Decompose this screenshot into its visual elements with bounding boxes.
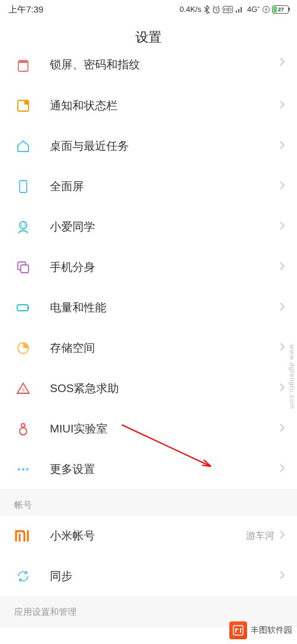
sync-icon: [14, 567, 32, 585]
signal-icon: [235, 6, 245, 13]
svg-rect-13: [28, 307, 29, 309]
chevron-right-icon: [279, 181, 285, 192]
svg-text:S: S: [21, 387, 24, 393]
page-title: 设置: [0, 19, 297, 56]
item-label: SOS紧急求助: [50, 381, 279, 396]
chevron-right-icon: [279, 383, 285, 394]
fullscreen-icon: [14, 178, 32, 195]
settings-item-miui-lab[interactable]: MIUI实验室: [0, 409, 297, 449]
settings-item-lockscreen[interactable]: 锁屏、密码和指纹: [0, 56, 297, 86]
item-label: 通知和状态栏: [50, 98, 279, 113]
notification-icon: [14, 97, 32, 115]
item-label: 更多设置: [50, 462, 279, 477]
battery-perf-icon: [14, 299, 32, 317]
item-label: 存储空间: [50, 340, 279, 356]
item-label: 同步: [50, 569, 279, 584]
chevron-right-icon: [279, 302, 285, 314]
item-label: MIUI实验室: [50, 421, 279, 437]
svg-point-8: [21, 225, 22, 226]
item-label: 小米帐号: [50, 528, 246, 544]
brand-logo-icon: [229, 621, 247, 639]
svg-point-7: [20, 222, 27, 229]
settings-item-home[interactable]: 桌面与最近任务: [0, 126, 297, 166]
flash-icon: [263, 5, 270, 14]
item-value: 游车河: [246, 530, 274, 542]
chevron-right-icon: [279, 261, 285, 273]
settings-item-fullscreen[interactable]: 全面屏: [0, 166, 297, 207]
item-label: 全面屏: [50, 179, 279, 194]
svg-point-19: [22, 468, 24, 471]
svg-point-16: [21, 424, 25, 427]
item-label: 锁屏、密码和指纹: [50, 57, 279, 72]
item-label: 电量和性能: [50, 300, 279, 315]
settings-item-more[interactable]: 更多设置: [0, 449, 297, 490]
chevron-right-icon: [279, 423, 285, 435]
footer-brand: 丰图软件园: [229, 621, 292, 639]
settings-item-battery[interactable]: 电量和性能: [0, 288, 297, 328]
chevron-right-icon: [279, 221, 285, 233]
chevron-right-icon: [279, 140, 285, 152]
status-indicators: 0.4K/s HD 4G+ 27: [179, 5, 289, 14]
svg-rect-6: [20, 181, 27, 192]
alarm-icon: [212, 5, 220, 14]
lock-icon: [14, 57, 32, 75]
svg-point-20: [26, 468, 29, 471]
svg-rect-11: [21, 265, 29, 273]
svg-point-18: [18, 468, 20, 471]
network-type: 4G+: [247, 5, 260, 14]
battery-icon: 27: [272, 5, 289, 14]
storage-icon: [14, 339, 32, 357]
network-speed: 0.4K/s: [179, 5, 201, 14]
settings-item-mi-account[interactable]: 小米帐号 游车河: [0, 516, 297, 556]
svg-rect-3: [18, 61, 28, 63]
bluetooth-icon: [204, 5, 210, 14]
chevron-right-icon: [279, 530, 285, 542]
svg-rect-5: [24, 100, 29, 105]
item-label: 手机分身: [50, 260, 279, 275]
settings-item-notification[interactable]: 通知和状态栏: [0, 86, 297, 126]
status-time: 上午7:39: [8, 4, 43, 15]
settings-item-sync[interactable]: 同步: [0, 556, 297, 596]
status-bar: 上午7:39 0.4K/s HD 4G+ 27: [0, 0, 297, 19]
watermark: www.dgfengtu.com: [289, 345, 296, 409]
svg-point-9: [24, 225, 26, 226]
chevron-right-icon: [279, 342, 285, 354]
settings-list: 锁屏、密码和指纹 通知和状态栏 桌面与最近任务 全面屏: [0, 56, 297, 490]
svg-point-17: [20, 428, 27, 435]
item-label: 桌面与最近任务: [50, 138, 279, 154]
home-icon: [14, 137, 32, 155]
svg-rect-12: [17, 305, 28, 311]
lab-icon: [14, 420, 32, 438]
chevron-right-icon: [279, 570, 285, 582]
dual-icon: [14, 258, 32, 276]
section-header-account: 帐号: [0, 490, 297, 516]
settings-item-sos[interactable]: S SOS紧急求助: [0, 368, 297, 409]
sos-icon: S: [14, 380, 32, 397]
settings-item-dual-apps[interactable]: 手机分身: [0, 247, 297, 288]
chevron-right-icon: [279, 100, 285, 112]
xiaoai-icon: [14, 218, 32, 236]
chevron-right-icon: [279, 463, 285, 475]
chevron-right-icon: [279, 57, 285, 69]
mi-icon: [14, 527, 32, 545]
hd-icon: HD: [223, 6, 233, 13]
brand-text: 丰图软件园: [251, 625, 292, 636]
svg-rect-21: [233, 626, 243, 635]
item-label: 小爱同学: [50, 219, 279, 235]
more-icon: [14, 460, 32, 478]
settings-item-storage[interactable]: 存储空间: [0, 328, 297, 368]
settings-item-xiaoai[interactable]: 小爱同学: [0, 207, 297, 247]
